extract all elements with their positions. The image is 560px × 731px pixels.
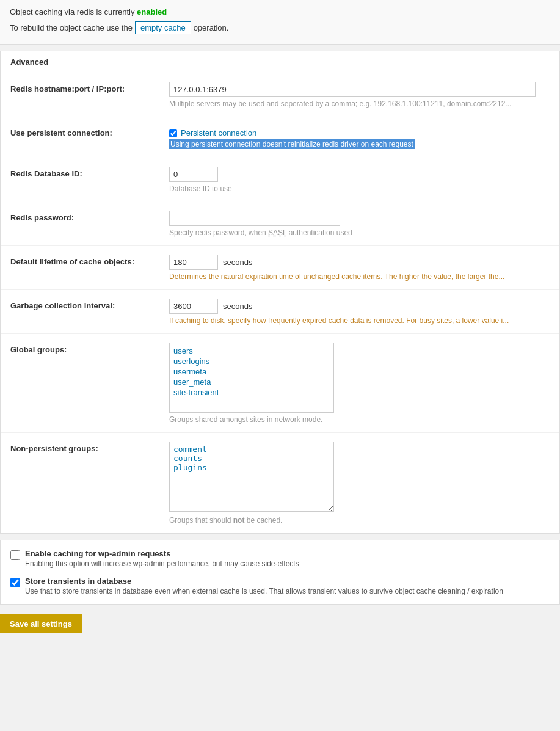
persistent-connection-checkbox-label[interactable]: Persistent connection bbox=[181, 128, 256, 137]
advanced-card-body: Redis hostname:port / IP:port: Multiple … bbox=[1, 73, 559, 533]
redis-host-hint: Multiple servers may be used and seperat… bbox=[169, 100, 550, 108]
gc-interval-content: seconds If caching to disk, specify how … bbox=[169, 299, 550, 325]
object-cache-status: Object caching via redis is currently en… bbox=[10, 7, 550, 16]
store-transients-item: Store transients in database Use that to… bbox=[10, 576, 550, 595]
global-groups-listbox[interactable]: usersuserloginsusermetauser_metasite-tra… bbox=[169, 343, 334, 413]
redis-db-id-content: Database ID to use bbox=[169, 167, 550, 193]
non-persistent-groups-hint: Groups that should not be cached. bbox=[169, 516, 550, 525]
list-item: user_meta bbox=[173, 377, 330, 387]
default-lifetime-input[interactable] bbox=[169, 255, 218, 270]
enable-wp-admin-checkbox[interactable] bbox=[10, 550, 20, 560]
global-groups-row: Global groups: usersuserloginsusermetaus… bbox=[1, 334, 559, 433]
redis-host-label: Redis hostname:port / IP:port: bbox=[10, 82, 157, 93]
redis-password-hint: Specify redis password, when SASL authen… bbox=[169, 228, 550, 237]
redis-host-content: Multiple servers may be used and seperat… bbox=[169, 82, 550, 108]
rebuild-line: To rebuild the object cache use the empt… bbox=[10, 21, 550, 34]
top-notice: Object caching via redis is currently en… bbox=[0, 0, 560, 45]
redis-db-id-label: Redis Database ID: bbox=[10, 167, 157, 178]
status-enabled: enabled bbox=[137, 7, 167, 16]
store-transients-checkbox[interactable] bbox=[10, 578, 20, 587]
redis-password-row: Redis password: Specify redis password, … bbox=[1, 202, 559, 246]
default-lifetime-label: Default lifetime of cache objects: bbox=[10, 255, 157, 266]
persistent-connection-checkbox[interactable] bbox=[169, 129, 177, 137]
redis-host-row: Redis hostname:port / IP:port: Multiple … bbox=[1, 73, 559, 117]
advanced-card: Advanced Redis hostname:port / IP:port: … bbox=[0, 51, 560, 534]
non-persistent-groups-label: Non-persistent groups: bbox=[10, 442, 157, 453]
persistent-checkbox-row: Persistent connection bbox=[169, 128, 550, 137]
global-groups-listbox-wrapper: usersuserloginsusermetauser_metasite-tra… bbox=[169, 343, 334, 413]
save-all-settings-button[interactable]: Save all settings bbox=[0, 614, 82, 633]
default-lifetime-content: seconds Determines the natural expiratio… bbox=[169, 255, 550, 281]
store-transients-desc: Use that to store transients in database… bbox=[25, 587, 503, 595]
enable-wp-admin-content: Enable caching for wp-admin requests Ena… bbox=[25, 549, 299, 568]
list-item: userlogins bbox=[173, 356, 330, 366]
bottom-checkboxes: Enable caching for wp-admin requests Ena… bbox=[0, 540, 560, 605]
sasl-abbr: SASL bbox=[268, 228, 286, 237]
redis-password-input[interactable] bbox=[169, 211, 340, 226]
default-lifetime-unit: seconds bbox=[223, 258, 252, 267]
enable-wp-admin-desc: Enabling this option will increase wp-ad… bbox=[25, 559, 299, 568]
enable-wp-admin-label: Enable caching for wp-admin requests bbox=[25, 549, 299, 558]
global-groups-label: Global groups: bbox=[10, 343, 157, 354]
persistent-connection-label: Use persistent connection: bbox=[10, 126, 157, 137]
redis-db-id-row: Redis Database ID: Database ID to use bbox=[1, 158, 559, 202]
default-lifetime-row: Default lifetime of cache objects: secon… bbox=[1, 246, 559, 290]
empty-cache-button[interactable]: empty cache bbox=[135, 21, 191, 34]
redis-password-label: Redis password: bbox=[10, 211, 157, 222]
enable-wp-admin-item: Enable caching for wp-admin requests Ena… bbox=[10, 549, 550, 568]
default-lifetime-input-group: seconds bbox=[169, 255, 252, 270]
non-persistent-groups-row: Non-persistent groups: Groups that shoul… bbox=[1, 433, 559, 533]
gc-interval-row: Garbage collection interval: seconds If … bbox=[1, 290, 559, 334]
non-persistent-groups-content: Groups that should not be cached. bbox=[169, 442, 550, 525]
gc-interval-input[interactable] bbox=[169, 299, 218, 314]
advanced-card-header: Advanced bbox=[1, 51, 559, 73]
gc-interval-hint: If caching to disk, specify how frequent… bbox=[169, 316, 550, 325]
persistent-connection-content: Persistent connection Using persistent c… bbox=[169, 126, 550, 149]
redis-db-id-input[interactable] bbox=[169, 167, 218, 182]
store-transients-label: Store transients in database bbox=[25, 576, 503, 586]
persistent-connection-info: Using persistent connection doesn't rein… bbox=[169, 139, 415, 149]
gc-interval-label: Garbage collection interval: bbox=[10, 299, 157, 310]
redis-password-content: Specify redis password, when SASL authen… bbox=[169, 211, 550, 237]
redis-db-id-hint: Database ID to use bbox=[169, 184, 550, 193]
list-item: site-transient bbox=[173, 387, 330, 398]
persistent-connection-row: Use persistent connection: Persistent co… bbox=[1, 117, 559, 158]
store-transients-content: Store transients in database Use that to… bbox=[25, 576, 503, 595]
gc-interval-input-group: seconds bbox=[169, 299, 252, 314]
redis-host-input[interactable] bbox=[169, 82, 536, 97]
default-lifetime-hint: Determines the natural expiration time o… bbox=[169, 272, 550, 281]
global-groups-hint: Groups shared amongst sites in network m… bbox=[169, 415, 550, 424]
global-groups-content: usersuserloginsusermetauser_metasite-tra… bbox=[169, 343, 550, 424]
non-persistent-groups-textarea[interactable] bbox=[169, 442, 334, 512]
list-item: usermeta bbox=[173, 366, 330, 377]
gc-interval-unit: seconds bbox=[223, 302, 252, 311]
list-item: users bbox=[173, 346, 330, 356]
